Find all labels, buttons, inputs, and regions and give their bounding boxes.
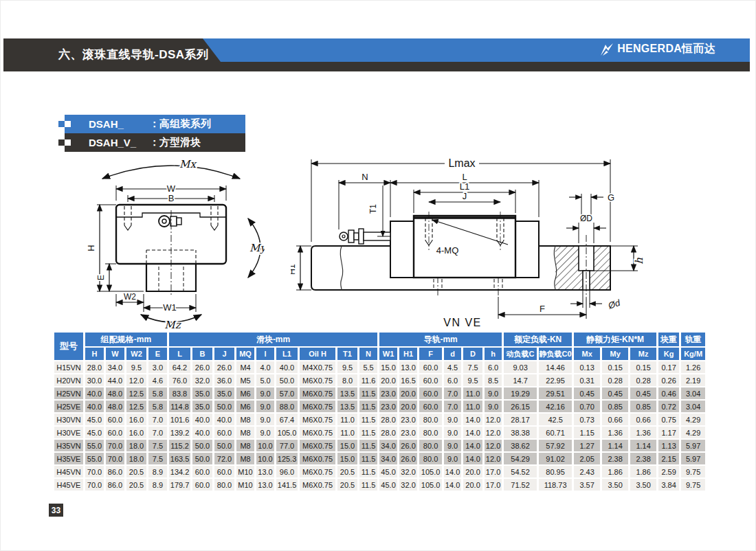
spec-table: 型号 组配规格-mm 滑块-mm 导轨-mm 额定负载-KN 静额力矩-KN*M… bbox=[52, 331, 707, 492]
value-cell: 23.0 bbox=[379, 401, 397, 412]
value-cell: 23.0 bbox=[399, 414, 417, 425]
value-cell: 80.0 bbox=[419, 414, 442, 425]
value-cell: 7.0 bbox=[148, 414, 167, 425]
value-cell: 12.0 bbox=[126, 374, 146, 386]
value-cell: 11.5 bbox=[359, 414, 377, 425]
value-cell: 96.0 bbox=[276, 466, 298, 477]
model-cell: H45VN bbox=[54, 466, 83, 477]
value-cell: 26.0 bbox=[192, 361, 212, 373]
value-cell: 16.0 bbox=[126, 427, 146, 438]
dim-l-label: L bbox=[462, 172, 467, 182]
value-cell: 40.0 bbox=[85, 401, 104, 412]
value-cell: 1.36 bbox=[602, 427, 628, 438]
value-cell: 3.04 bbox=[681, 401, 705, 412]
view-caption: VN VE bbox=[443, 317, 482, 328]
value-cell: 80.0 bbox=[419, 427, 442, 438]
page-number-badge: 33 bbox=[49, 504, 63, 517]
value-cell: 26.0 bbox=[214, 361, 234, 373]
model-cell: H30VN bbox=[54, 414, 83, 425]
model-column-header: 型号 bbox=[54, 333, 83, 360]
value-cell: M4X0.75 bbox=[300, 361, 335, 373]
value-cell: 0.17 bbox=[658, 361, 679, 373]
value-cell: 1.15 bbox=[574, 427, 600, 438]
value-cell: 3.50 bbox=[630, 479, 656, 491]
table-row: H25VE40.048.012.55.8114.835.050.0M69.088… bbox=[54, 401, 705, 412]
value-cell: M6 bbox=[236, 401, 254, 412]
value-cell: 57.92 bbox=[539, 440, 572, 451]
value-cell: 70.0 bbox=[85, 466, 104, 477]
value-cell: 32.0 bbox=[399, 466, 417, 477]
value-cell: 14.0 bbox=[463, 440, 482, 451]
value-cell: 50.0 bbox=[214, 401, 234, 412]
value-cell: 3.0 bbox=[148, 361, 167, 373]
value-cell: 11.0 bbox=[337, 427, 357, 438]
value-cell: 26.0 bbox=[399, 453, 417, 464]
value-cell: 0.28 bbox=[630, 374, 656, 386]
model-cell: H35VN bbox=[54, 440, 83, 451]
value-cell: 9.0 bbox=[444, 427, 461, 438]
value-cell: 7.5 bbox=[148, 453, 167, 464]
value-cell: 13.0 bbox=[256, 466, 274, 477]
value-cell: 18.0 bbox=[126, 453, 146, 464]
value-cell: M6X0.75 bbox=[300, 374, 335, 386]
brand-logo: HENGERDA恒而达 bbox=[600, 42, 715, 56]
group-header-block-weight: 块重 bbox=[658, 333, 679, 346]
value-cell: 9.0 bbox=[485, 401, 502, 412]
value-cell: 0.73 bbox=[574, 414, 600, 425]
value-cell: 163.5 bbox=[169, 453, 190, 464]
value-cell: 55.0 bbox=[85, 453, 104, 464]
table-row: H25VN40.048.012.55.883.835.035.0M69.057.… bbox=[54, 387, 705, 399]
value-cell: 80.0 bbox=[214, 479, 234, 491]
model-cell: H30VE bbox=[54, 427, 83, 438]
value-cell: 2.05 bbox=[574, 453, 600, 464]
value-cell: 48.0 bbox=[106, 401, 124, 412]
model-cell: H25VN bbox=[54, 387, 83, 399]
value-cell: M5 bbox=[236, 374, 254, 386]
value-cell: 3.50 bbox=[602, 479, 628, 491]
value-cell: 0.13 bbox=[574, 361, 600, 373]
checker-decoration bbox=[58, 115, 71, 152]
model-cell: H20VN bbox=[54, 374, 83, 386]
value-cell: 55.0 bbox=[85, 440, 104, 451]
moment-x-label: Mx bbox=[179, 158, 197, 170]
value-cell: 5.8 bbox=[148, 401, 167, 412]
value-cell: 13.5 bbox=[337, 387, 357, 399]
value-cell: 76.0 bbox=[169, 374, 190, 386]
column-header: h bbox=[485, 348, 502, 360]
column-header: Mx bbox=[574, 348, 600, 360]
value-cell: 179.7 bbox=[169, 479, 190, 491]
value-cell: 0.66 bbox=[602, 414, 628, 425]
value-cell: 44.0 bbox=[106, 374, 124, 386]
value-cell: 71.52 bbox=[504, 479, 537, 491]
value-cell: M8 bbox=[236, 414, 254, 425]
value-cell: 12.0 bbox=[485, 427, 502, 438]
table-row: H35VE55.070.018.07.5163.550.072.0M810.01… bbox=[54, 453, 705, 464]
value-cell: 38.62 bbox=[504, 440, 537, 451]
table-subheader-row: HWW2ELBJMQlL1Oil HT1NW1H1FdDh动负载C静负载C0Mx… bbox=[54, 348, 705, 360]
value-cell: 13.5 bbox=[337, 401, 357, 412]
value-cell: 60.0 bbox=[192, 479, 212, 491]
mq-label: 4-MQ bbox=[436, 245, 459, 256]
dim-big-d-label: ØD bbox=[580, 214, 592, 223]
value-cell: 0.45 bbox=[574, 387, 600, 399]
value-cell: 40.0 bbox=[214, 414, 234, 425]
value-cell: 8.0 bbox=[337, 374, 357, 386]
column-header: Kg/M bbox=[681, 348, 705, 360]
value-cell: 23.0 bbox=[379, 387, 397, 399]
value-cell: 45.0 bbox=[379, 466, 397, 477]
dim-l1-label: L1 bbox=[460, 181, 469, 192]
value-cell: 4.5 bbox=[444, 361, 461, 373]
value-cell: 134.2 bbox=[169, 466, 190, 477]
value-cell: 8.5 bbox=[485, 374, 502, 386]
value-cell: 14.7 bbox=[504, 374, 537, 386]
value-cell: 14.0 bbox=[444, 479, 461, 491]
value-cell: 139.2 bbox=[169, 427, 190, 438]
value-cell: M6X0.75 bbox=[300, 466, 335, 477]
value-cell: 80.0 bbox=[419, 453, 442, 464]
value-cell: 0.46 bbox=[658, 387, 679, 399]
column-header: F bbox=[419, 348, 442, 360]
value-cell: 38.38 bbox=[504, 427, 537, 438]
value-cell: 4.6 bbox=[148, 374, 167, 386]
value-cell: 105.0 bbox=[419, 479, 442, 491]
value-cell: 9.75 bbox=[681, 479, 705, 491]
